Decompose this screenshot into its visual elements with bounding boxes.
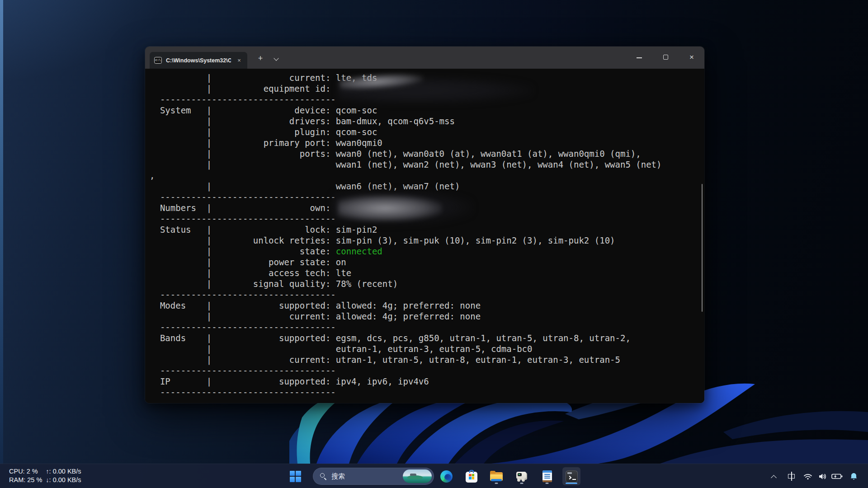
terminal-line: ---------------------------------- [150,387,704,398]
terminal-content: | current: lte, tds | equipment id: ----… [145,69,704,403]
cpu-ram-network-widget[interactable]: CPU: 2 % ↑: 0.00 KB/s RAM: 25 % ↓: 0.00 … [9,467,81,484]
terminal-line: | power state: on [150,257,704,267]
terminal-line: , [150,170,704,181]
terminal-line: | drivers: bam-dmux, qcom-q6v5-mss [150,116,704,127]
terminal-line: IP | supported: ipv4, ipv6, ipv4v6 [150,376,704,387]
notepad-icon [542,470,552,482]
taskbar-item-file-explorer[interactable] [487,467,505,485]
battery-button[interactable] [829,470,844,483]
minimize-icon [637,57,642,58]
wifi-icon [803,473,812,480]
terminal-line: | wwan6 (net), wwan7 (net) [150,181,704,192]
close-button[interactable]: × [681,47,702,69]
taskbar: CPU: 2 % ↑: 0.00 KB/s RAM: 25 % ↓: 0.00 … [0,464,868,488]
new-tab-button[interactable]: + [254,53,267,65]
chevron-down-icon [274,56,278,61]
terminal-line: | equipment id: [150,83,704,94]
terminal-line: | access tech: lte [150,267,704,278]
running-indicator [546,483,549,484]
terminal-scrollbar[interactable] [702,184,703,312]
microsoft-store-icon [466,472,477,483]
speaker-icon [818,473,827,480]
running-indicator [495,483,498,484]
terminal-line: | primary port: wwan0qmi0 [150,137,704,148]
terminal-tab[interactable]: c:\ C:\Windows\System32\OpenS × [150,52,247,69]
wallpaper-edge-glow [0,0,3,464]
terminal-line: ---------------------------------- [150,94,704,105]
maximize-icon [663,55,668,60]
volume-button[interactable] [816,470,829,483]
ram-usage: RAM: 25 % [9,476,42,484]
download-rate: ↓: 0.00 KB/s [46,476,81,484]
terminal-window: c:\ C:\Windows\System32\OpenS × + × | [145,47,704,403]
notification-bell-icon [849,472,858,481]
battery-charging-icon [831,473,843,480]
terminal-line: ---------------------------------- [150,289,704,300]
terminal-line: Modes | supported: allowed: 4g; preferre… [150,300,704,311]
terminal-line: | current: utran-1, utran-5, utran-8, eu… [150,354,704,365]
terminal-line: | current: allowed: 4g; preferred: none [150,311,704,322]
taskbar-item-store[interactable] [462,467,481,485]
taskbar-item-machine-app[interactable] [513,467,531,485]
running-indicator [520,483,524,484]
search-placeholder: 搜索 [331,472,398,481]
terminal-line: Status | lock: sim-pin2 [150,224,704,235]
terminal-line: | current: lte, tds [150,72,704,83]
tray-overflow-button[interactable] [767,470,780,483]
taskbar-item-windows-terminal[interactable] [562,467,580,485]
ime-indicator[interactable] [785,470,798,483]
desktop: c:\ C:\Windows\System32\OpenS × + × | [0,0,868,488]
terminal-line: | unlock retries: sim-pin (3), sim-puk (… [150,235,704,246]
windows-logo-icon [290,471,301,482]
notification-button[interactable] [846,470,861,483]
edge-icon [440,470,453,483]
maximize-button[interactable] [656,47,676,69]
upload-rate: ↑: 0.00 KB/s [46,467,81,476]
cpu-usage: CPU: 2 % [9,467,42,476]
start-button[interactable] [286,467,304,485]
machine-app-icon [516,471,528,482]
chinese-ime-icon [788,471,796,481]
active-window-indicator [566,483,577,484]
terminal-line: | signal quality: 78% (recent) [150,278,704,289]
search-icon [320,473,327,480]
wifi-button[interactable] [801,470,815,483]
taskbar-item-edge[interactable] [437,467,455,485]
tab-dropdown-button[interactable] [270,53,283,65]
terminal-titlebar[interactable]: c:\ C:\Windows\System32\OpenS × + × [145,47,704,69]
terminal-line: | state: connected [150,246,704,257]
terminal-line: | ports: wwan0 (net), wwan0at0 (at), wwa… [150,148,704,159]
terminal-line: ---------------------------------- [150,192,704,202]
file-explorer-icon [490,472,503,482]
terminal-output: | current: lte, tds | equipment id: ----… [150,72,704,398]
taskbar-item-notepad[interactable] [538,467,556,485]
terminal-line: | eutran-1, eutran-3, eutran-5, cdma-bc0 [150,343,704,354]
search-highlight-image[interactable] [403,469,432,483]
terminal-line: Numbers | own: [150,202,704,213]
terminal-line: Bands | supported: egsm, dcs, pcs, g850,… [150,333,704,343]
terminal-line: | wwan1 (net), wwan2 (net), wwan3 (net),… [150,159,704,170]
chevron-up-icon [771,474,776,479]
terminal-line: ---------------------------------- [150,213,704,224]
minimize-button[interactable] [629,47,650,69]
terminal-line: | plugin: qcom-soc [150,127,704,137]
terminal-line: ---------------------------------- [150,365,704,376]
close-icon: × [681,47,702,69]
terminal-line: System | device: qcom-soc [150,105,704,116]
cmd-icon: c:\ [154,57,162,64]
terminal-line: ---------------------------------- [150,322,704,333]
tab-title: C:\Windows\System32\OpenS [166,57,231,64]
tab-close-icon[interactable]: × [235,56,243,65]
windows-terminal-icon [566,470,578,483]
search-box[interactable]: 搜索 [313,468,434,485]
